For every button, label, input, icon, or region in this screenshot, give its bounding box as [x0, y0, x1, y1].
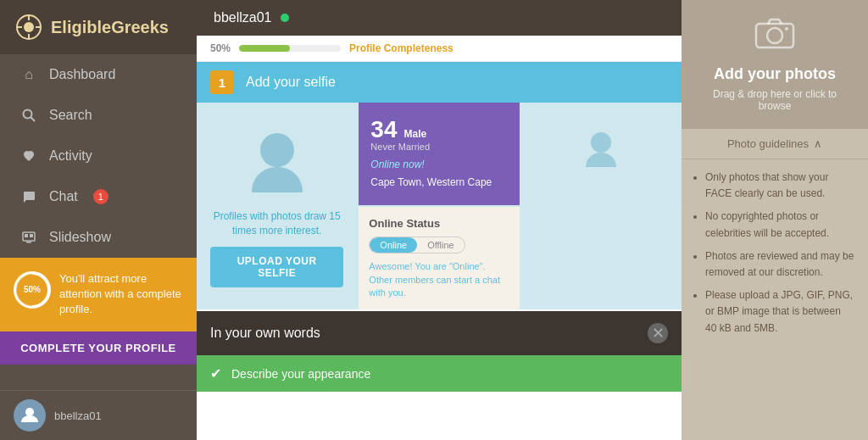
home-icon: ⌂	[20, 66, 37, 83]
section-title: In your own words	[210, 326, 320, 341]
svg-point-14	[591, 132, 611, 153]
svg-point-1	[24, 22, 34, 32]
online-toggle[interactable]: Online Offline	[369, 237, 465, 253]
guideline-item: Only photos that show your FACE clearly …	[705, 170, 854, 202]
chat-icon	[20, 188, 37, 205]
sidebar: EligibleGreeks ⌂ Dashboard Search Activi…	[0, 0, 197, 440]
describe-label: Describe your appearance	[231, 367, 370, 381]
svg-point-16	[767, 28, 782, 43]
logo-icon	[14, 12, 44, 42]
progress-bar-inner	[239, 45, 290, 52]
sidebar-item-label: Chat	[49, 189, 78, 204]
profile-age: 34	[370, 118, 397, 142]
profile-gender: Male	[403, 128, 426, 140]
photo-placeholder-small-icon	[584, 130, 618, 178]
in-your-own-words-section: In your own words ✕	[197, 311, 682, 355]
svg-rect-9	[25, 234, 28, 237]
sidebar-item-activity[interactable]: Activity	[0, 136, 197, 176]
online-indicator	[281, 14, 289, 22]
sidebar-user: bbellza01	[0, 390, 197, 440]
sidebar-item-search[interactable]: Search	[0, 95, 197, 136]
add-photos-subtitle: Drag & drop here or click to browse	[695, 88, 854, 112]
camera-icon	[695, 17, 854, 58]
photo-promo-text: Profiles with photos draw 15 times more …	[210, 209, 343, 238]
guidelines-label: Photo guidelines	[727, 137, 809, 150]
heart-icon	[20, 148, 37, 164]
sidebar-item-label: Slideshow	[49, 230, 111, 245]
step-number: 1	[210, 70, 234, 94]
describe-appearance-bar[interactable]: ✔ Describe your appearance	[197, 355, 682, 392]
svg-point-12	[25, 408, 34, 416]
profile-marital: Never Married	[370, 142, 430, 152]
profile-area: 50% Profile Completeness 1 Add your self…	[197, 36, 682, 440]
upload-selfie-button[interactable]: UPLOAD YOUR SELFIE	[210, 247, 343, 287]
online-status-description: Awesome! You are "Online". Other members…	[369, 260, 509, 299]
add-photos-header: Add your photos Drag & drop here or clic…	[682, 0, 868, 129]
sidebar-item-label: Activity	[49, 148, 92, 164]
guideline-item: No copyrighted photos or celebrities wil…	[705, 209, 854, 241]
complete-profile-button[interactable]: COMPLETE YOUR PROFILE	[0, 331, 197, 365]
progress-bar-outer	[239, 45, 341, 52]
avatar	[14, 399, 46, 432]
online-status-cell: Online Status Online Offline Awesome! Yo…	[359, 207, 519, 309]
sidebar-item-label: Search	[49, 108, 92, 123]
chat-badge: 1	[93, 189, 108, 204]
promo-text: You'll attract more attention with a com…	[59, 271, 183, 318]
step-header: 1 Add your selfie	[197, 62, 682, 103]
main-header: bbellza01	[197, 0, 682, 36]
sidebar-username: bbellza01	[54, 409, 102, 422]
check-icon: ✔	[210, 365, 221, 382]
completeness-label: Profile Completeness	[349, 42, 453, 54]
sidebar-item-chat[interactable]: Chat 1	[0, 176, 197, 217]
completeness-percent: 50%	[210, 42, 231, 54]
profile-placeholder-icon	[243, 125, 311, 201]
slideshow-icon	[20, 229, 37, 246]
progress-circle: 50%	[14, 271, 51, 309]
svg-rect-10	[30, 234, 33, 237]
search-icon	[20, 107, 37, 124]
sidebar-item-dashboard[interactable]: ⌂ Dashboard	[0, 54, 197, 95]
guideline-item: Photos are reviewed and may be removed a…	[705, 248, 854, 281]
profile-completeness-bar: 50% Profile Completeness	[197, 36, 682, 62]
guideline-item: Please upload a JPG, GIF, PNG, or BMP im…	[705, 287, 854, 337]
profile-promo: 50% You'll attract more attention with a…	[0, 258, 197, 331]
profile-info-cell: 34 Male Never Married Online now! Cape T…	[359, 103, 519, 205]
right-panel: Add your photos Drag & drop here or clic…	[682, 0, 868, 440]
sidebar-item-slideshow[interactable]: Slideshow	[0, 217, 197, 258]
sidebar-item-label: Dashboard	[49, 67, 115, 82]
profile-location: Cape Town, Western Cape	[370, 175, 492, 190]
logo-text: EligibleGreeks	[51, 18, 169, 37]
guidelines-list: Only photos that show your FACE clearly …	[682, 159, 868, 354]
chevron-up-icon: ∧	[814, 137, 822, 150]
main-content: bbellza01 50% Profile Completeness 1 Add…	[197, 0, 682, 440]
online-status-title: Online Status	[369, 217, 509, 230]
svg-point-13	[260, 133, 294, 167]
sidebar-logo: EligibleGreeks	[0, 0, 197, 54]
photo-upload-main: Profiles with photos draw 15 times more …	[197, 103, 357, 309]
svg-line-7	[31, 118, 35, 121]
profile-online-status: Online now!	[370, 159, 424, 170]
photo-guidelines-toggle[interactable]: Photo guidelines ∧	[682, 129, 868, 159]
offline-option[interactable]: Offline	[417, 237, 465, 253]
photo-cell-top-right	[521, 103, 682, 205]
add-photos-title: Add your photos	[695, 65, 854, 83]
online-option[interactable]: Online	[370, 237, 417, 253]
section-close-button[interactable]: ✕	[648, 323, 668, 343]
progress-pct: 50%	[17, 275, 47, 305]
header-username: bbellza01	[214, 10, 272, 25]
svg-point-17	[785, 27, 788, 31]
step-label: Add your selfie	[246, 75, 336, 90]
photo-grid: Profiles with photos draw 15 times more …	[197, 103, 682, 309]
svg-rect-11	[26, 242, 31, 243]
